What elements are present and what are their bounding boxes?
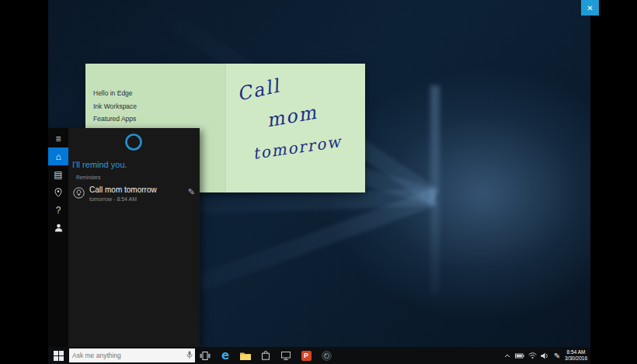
lightbulb-icon [73,187,85,202]
cortana-ring-icon [124,133,143,154]
places-icon[interactable] [48,183,68,201]
taskbar: e P [48,347,590,364]
volume-icon[interactable] [541,349,549,362]
reminder-item[interactable]: Call mom tomorrow tomorrow - 8:54 AM ✎ [73,185,197,202]
cortana-panel: ≡ ⌂ ▤ ? I'll re [48,128,200,347]
edge-icon[interactable]: e [215,347,235,364]
handwriting-line: mom [265,101,319,131]
reminder-title: Call mom tomorrow [89,185,188,194]
app-window-icon[interactable] [276,347,296,364]
search-input[interactable] [69,352,186,359]
cortana-content: I'll remind you. Reminders Call mom tomo… [68,128,200,347]
handwriting-line: tomorrow [252,132,343,163]
battery-icon[interactable] [515,349,524,362]
network-icon[interactable] [528,349,537,362]
handwriting-line: Call [235,75,283,105]
edit-pencil-icon[interactable]: ✎ [188,187,195,197]
sticky-note-ink-pane[interactable]: Call mom tomorrow [225,64,365,192]
hidden-icons-chevron-icon[interactable] [503,349,511,362]
start-button[interactable] [48,347,68,364]
desktop: Hello in Edge Ink Workspace Featured App… [48,0,590,364]
reminder-text: Call mom tomorrow tomorrow - 8:54 AM [89,185,188,202]
task-view-icon[interactable] [195,347,215,364]
wallpaper-light-pillar [430,85,440,295]
store-icon[interactable] [256,347,276,364]
note-link-featured-apps[interactable]: Featured Apps [93,113,225,126]
cortana-response-text: I'll remind you. [72,160,127,169]
camera-icon[interactable] [316,347,336,364]
clock[interactable]: 8:54 AM 3/30/2016 [565,349,587,362]
cortana-sidebar: ≡ ⌂ ▤ ? [48,128,68,347]
microphone-icon[interactable] [186,348,193,362]
close-button[interactable]: ✕ [581,0,599,16]
note-link-hello-in-edge[interactable]: Hello in Edge [93,87,225,100]
file-explorer-icon[interactable] [235,347,256,364]
feedback-icon[interactable]: ? [48,201,68,219]
reminder-subtitle: tomorrow - 8:54 AM [89,196,188,202]
clock-time: 8:54 AM [565,349,587,355]
windows-ink-pen-icon[interactable]: ✎ [553,349,561,362]
reminders-section-label: Reminders [76,175,100,180]
notebook-icon[interactable]: ▤ [48,165,68,183]
letterbox-left [0,0,48,364]
note-link-ink-workspace[interactable]: Ink Workspace [93,100,225,113]
profile-icon[interactable] [48,219,68,237]
letterbox-right [590,0,637,364]
system-tray: ✎ 8:54 AM 3/30/2016 [503,349,590,362]
close-icon: ✕ [587,4,593,12]
cortana-search-box[interactable] [69,348,195,362]
home-icon[interactable]: ⌂ [48,147,68,165]
hamburger-menu-icon[interactable]: ≡ [48,130,68,147]
powerpoint-icon[interactable]: P [296,347,316,364]
clock-date: 3/30/2016 [565,355,587,362]
